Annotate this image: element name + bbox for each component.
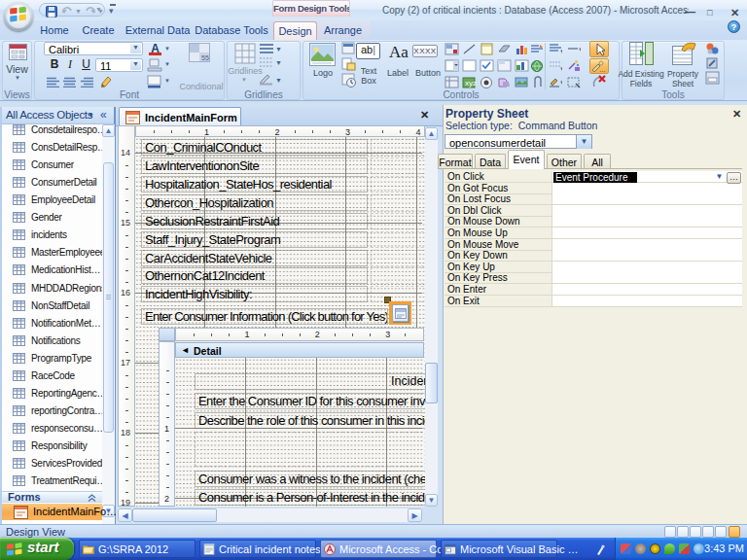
svg-text:▼: ▼ bbox=[578, 47, 581, 52]
svg-text:▼: ▼ bbox=[275, 59, 282, 66]
svg-text:55: 55 bbox=[201, 54, 209, 61]
svg-text:▼: ▼ bbox=[275, 77, 282, 84]
svg-text:▼: ▼ bbox=[559, 49, 562, 54]
svg-text:▼: ▼ bbox=[559, 66, 562, 72]
svg-text:…: … bbox=[599, 66, 606, 73]
svg-text:▼: ▼ bbox=[275, 46, 282, 52]
svg-text:▼: ▼ bbox=[559, 80, 562, 86]
svg-text:xyz: xyz bbox=[465, 79, 477, 88]
